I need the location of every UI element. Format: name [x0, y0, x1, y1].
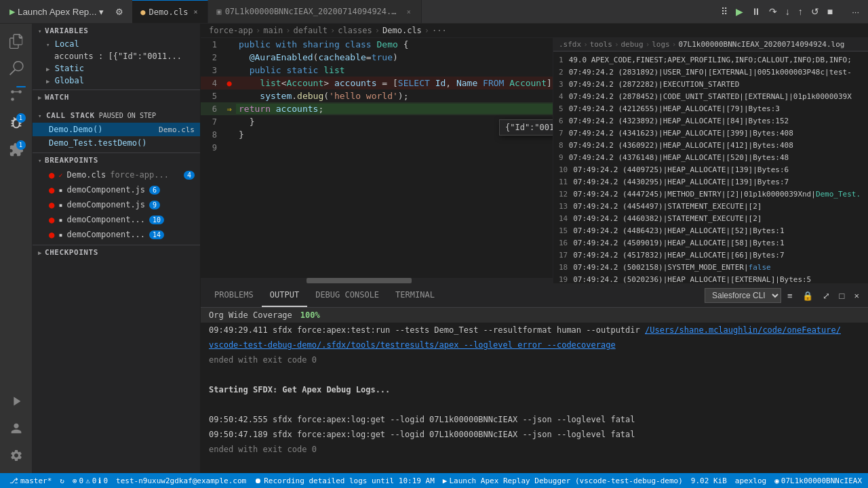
tab-demo-cls-close[interactable]: ×	[191, 7, 199, 16]
status-filesize[interactable]: 9.02 KiB	[687, 473, 731, 488]
paused-badge: PAUSED ON STEP	[99, 112, 156, 119]
code-content[interactable]: 1 public with sharing class Demo { 2 @Au…	[201, 38, 553, 278]
tab-terminal[interactable]: TERMINAL	[387, 284, 443, 307]
bp-chevron: ▾	[38, 157, 42, 164]
static-section[interactable]: ▶ Static	[33, 62, 200, 75]
activity-debug-icon[interactable]: 1	[4, 110, 28, 135]
tab-log[interactable]: ▣ 07L1k00000BNNcIEAX_20200714094924.log …	[208, 0, 421, 23]
bp-item-2[interactable]: ● ▪ demoComponent.js 6	[33, 182, 200, 197]
status-sync[interactable]: ↻	[56, 473, 68, 488]
tab-demo-cls[interactable]: ● Demo.cls ×	[132, 0, 208, 23]
log-line: 407:49:24.2 (2878452)|CODE_UNIT_STARTED|…	[559, 91, 863, 103]
bp-dot-5: ●	[49, 229, 54, 240]
filesize-label: 9.02 KiB	[691, 476, 727, 485]
log-line: 1907:49:24.2 (5020236)|HEAP_ALLOCATE|[EX…	[559, 274, 863, 283]
error-icon: ⊗	[73, 476, 77, 485]
more-actions-btn[interactable]: ···	[848, 5, 863, 19]
log-bc-sfdx: .sfdx	[559, 40, 581, 49]
debug-continue-btn[interactable]: ▶	[732, 3, 747, 20]
editor-scrollbar-thumb[interactable]	[307, 278, 412, 283]
line-code-1: public with sharing class Demo {	[236, 39, 553, 49]
output-path-link[interactable]: /Users/shane.mclaughlin/code/oneFeature/	[645, 325, 841, 335]
activity-git-icon[interactable]	[4, 83, 28, 108]
variables-label: VARIABLES	[45, 26, 89, 35]
debug-restart-btn[interactable]: ↺	[808, 3, 823, 20]
log-line-text: 07:49:24.2 (2872282)|EXECUTION_STARTED	[569, 80, 740, 89]
tab-output[interactable]: OUTPUT	[262, 284, 307, 307]
debug-step-out-btn[interactable]: ↑	[795, 3, 806, 20]
log-line: 507:49:24.2 (4212655)|HEAP_ALLOCATE|[79]…	[559, 103, 863, 115]
filetype-label: apexlog	[735, 476, 766, 485]
status-recording[interactable]: ⏺ Recording detailed logs until 10:19 AM	[250, 473, 439, 488]
log-line: 1207:49:24.2 (4447245)|METHOD_ENTRY|[2]|…	[559, 188, 863, 201]
editor-breadcrumb: force-app › main › default › classes › D…	[201, 24, 868, 38]
bp-item-1[interactable]: ● ✓ Demo.cls force-app... 4	[33, 167, 200, 182]
log-line-num: 19	[559, 275, 568, 283]
log-line-text: 07:49:24.2 (5002158)|SYSTEM_MODE_ENTER|f…	[573, 263, 770, 272]
debug-stop-btn[interactable]: ■	[824, 3, 836, 20]
log-line-text: 07:49:24.2 (4341623)|HEAP_ALLOCATE|[399]…	[569, 129, 793, 138]
call-item-demo[interactable]: Demo.Demo() Demo.cls	[33, 123, 200, 136]
accounts-var[interactable]: accounts : [{"Id":"0011...	[33, 50, 200, 62]
debug-grid-icon[interactable]: ⠿	[717, 3, 731, 20]
status-location[interactable]: ◉ 07L1k00000BNNcIEAX	[770, 473, 866, 488]
current-line-arrow: ⇒	[226, 104, 231, 114]
output-link[interactable]: vscode-test-debug-demo/.sfdx/tools/testr…	[209, 340, 616, 350]
bp-item-4[interactable]: ● ▪ demoComponent... 10	[33, 212, 200, 227]
activity-search-icon[interactable]	[4, 56, 28, 81]
bp-dot-2: ●	[49, 184, 54, 195]
editor-and-log: 1 public with sharing class Demo { 2 @Au…	[201, 38, 868, 283]
line-num-9: 9	[201, 143, 222, 152]
call1-method: Demo.Demo()	[49, 125, 102, 134]
local-section[interactable]: ▾ Local	[33, 38, 200, 50]
panel-action-close[interactable]: ×	[850, 289, 863, 303]
cmd-text: 09:49:29.411 sfdx force:apex:test:run --…	[209, 325, 645, 335]
bp-item-3[interactable]: ● ▪ demoComponent.js 9	[33, 197, 200, 212]
tab-log-close[interactable]: ×	[405, 7, 413, 16]
branch-icon: ⎇	[9, 476, 18, 485]
activity-explorer-icon[interactable]	[4, 29, 28, 54]
bp-item-5[interactable]: ● ▪ demoComponent... 14	[33, 227, 200, 242]
activity-account-icon[interactable]	[4, 416, 28, 441]
call-stack-header[interactable]: ▾ CALL STACK PAUSED ON STEP	[33, 107, 200, 123]
status-filetype[interactable]: apexlog	[731, 473, 770, 488]
checkpoints-header[interactable]: ▶ CHECKPOINTS	[33, 245, 200, 260]
cmd-text: 09:50:42.555 sfdx force:apex:log:get --l…	[209, 415, 635, 424]
salesforce-cli-dropdown[interactable]: Salesforce CLI	[705, 288, 781, 303]
log-header: .sfdx › tools › debug › logs › 07L1k0000…	[553, 38, 868, 52]
debug-pause-btn[interactable]: ⏸	[748, 3, 764, 20]
email-label: test-n9uxuw2gdkaf@example.com	[116, 476, 246, 485]
call-item-test[interactable]: Demo_Test.testDemo()	[33, 136, 200, 150]
watch-header[interactable]: ▶ WATCH	[33, 90, 200, 104]
local-label: Local	[55, 39, 79, 49]
debug-step-into-btn[interactable]: ↓	[782, 3, 793, 20]
recording-icon: ⏺	[254, 476, 262, 485]
status-launch[interactable]: ▶ Launch Apex Replay Debugger (vscode-te…	[439, 473, 687, 488]
status-email[interactable]: test-n9uxuw2gdkaf@example.com	[112, 473, 250, 488]
panel-action-popout[interactable]: ⤢	[819, 289, 833, 303]
status-errors[interactable]: ⊗ 0 ⚠ 0 ℹ 0	[68, 473, 112, 488]
status-branch[interactable]: ⎇ master*	[5, 473, 56, 488]
bc-main: main	[263, 26, 283, 35]
panel-action-1[interactable]: ≡	[784, 289, 796, 303]
log-line-text: 07:49:24.2 (4509019)|HEAP_ALLOCATE|[58]|…	[573, 239, 784, 247]
line-num-1: 1	[201, 40, 222, 49]
activity-extensions-icon[interactable]: 1	[4, 138, 28, 162]
panel-action-maximize[interactable]: □	[836, 289, 848, 303]
tab-debug-console[interactable]: DEBUG CONSOLE	[307, 284, 387, 307]
location-label: 07L1k00000BNNcIEAX	[781, 476, 862, 485]
editor-area: force-app › main › default › classes › D…	[201, 24, 868, 473]
variables-section-header[interactable]: ▾ VARIABLES	[33, 24, 200, 38]
tab-problems[interactable]: PROBLEMS	[206, 284, 262, 307]
activity-run-icon[interactable]	[4, 389, 28, 413]
editor-scrollbar[interactable]	[201, 278, 553, 283]
log-content[interactable]: 149.0 APEX_CODE,FINEST;APEX_PROFILING,IN…	[553, 52, 868, 283]
activity-gear-icon[interactable]	[4, 443, 28, 468]
accounts-colon: :	[98, 52, 108, 61]
run-button[interactable]: ▶ Launch Apex Rep... ▾	[5, 5, 108, 18]
global-section[interactable]: ▶ Global	[33, 75, 200, 87]
breakpoints-header[interactable]: ▾ BREAKPOINTS	[33, 153, 200, 167]
debug-step-over-btn[interactable]: ↷	[766, 3, 781, 20]
panel-action-lock[interactable]: 🔒	[799, 289, 816, 303]
settings-icon-btn[interactable]: ⚙	[112, 5, 127, 19]
